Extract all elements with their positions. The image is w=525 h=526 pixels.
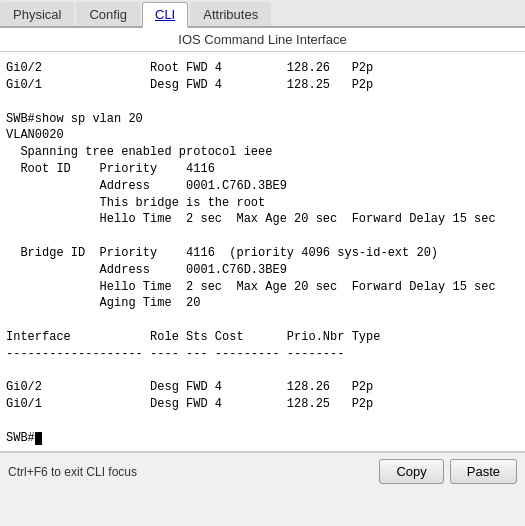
button-group: Copy Paste xyxy=(379,459,517,484)
bottom-bar: Ctrl+F6 to exit CLI focus Copy Paste xyxy=(0,452,525,490)
cli-cursor xyxy=(35,432,42,445)
copy-button[interactable]: Copy xyxy=(379,459,443,484)
cli-hint: Ctrl+F6 to exit CLI focus xyxy=(8,465,137,479)
cli-output[interactable]: Aging Time 20 Interface Role Sts Cost Pr… xyxy=(0,52,525,452)
tabs-bar: Physical Config CLI Attributes xyxy=(0,0,525,28)
tab-physical[interactable]: Physical xyxy=(0,2,74,26)
tab-config[interactable]: Config xyxy=(76,2,140,26)
tab-cli[interactable]: CLI xyxy=(142,2,188,28)
paste-button[interactable]: Paste xyxy=(450,459,517,484)
tab-attributes[interactable]: Attributes xyxy=(190,2,271,26)
panel-header: IOS Command Line Interface xyxy=(0,28,525,52)
